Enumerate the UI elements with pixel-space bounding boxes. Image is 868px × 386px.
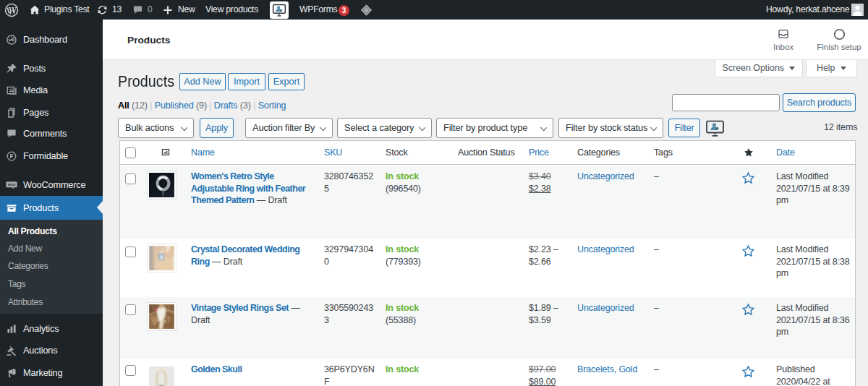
svg-text:WOO: WOO xyxy=(8,183,16,186)
